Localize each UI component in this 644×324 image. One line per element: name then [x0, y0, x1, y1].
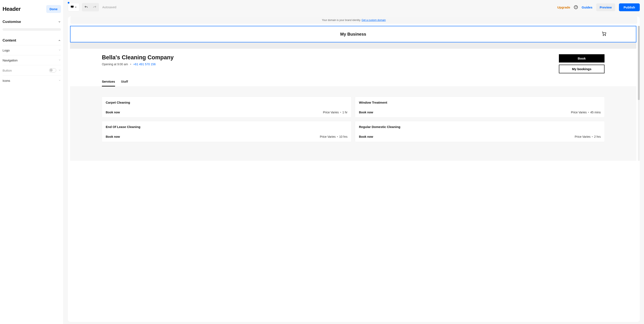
row-label: Logo [2, 48, 10, 52]
main-area: Autosaved Upgrade ? Guides Preview Publi… [64, 0, 644, 324]
service-card[interactable]: Regular Domestic Cleaning Book now Price… [355, 121, 604, 142]
publish-button[interactable]: Publish [619, 3, 640, 11]
chevron-down-icon [58, 20, 61, 23]
svg-point-4 [605, 35, 606, 36]
chevron-down-icon [58, 68, 61, 72]
redo-button[interactable] [90, 3, 99, 11]
service-duration: 45 mins [590, 111, 601, 114]
service-duration: 1 hr [342, 111, 348, 114]
content-row-navigation[interactable]: Navigation [2, 55, 61, 65]
book-now-link[interactable]: Book now [359, 111, 373, 114]
autosaved-label: Autosaved [102, 5, 116, 9]
my-bookings-button[interactable]: My bookings [559, 65, 604, 73]
row-label: Icons [2, 79, 10, 82]
content-row-logo[interactable]: Logo [2, 45, 61, 55]
service-title: End Of Lease Cleaning [106, 125, 348, 129]
row-label: Navigation [2, 58, 18, 62]
chevron-down-icon [58, 58, 61, 62]
customise-section-toggle[interactable]: Customise [2, 17, 61, 26]
svg-marker-2 [75, 7, 76, 8]
preview-button[interactable]: Preview [596, 3, 615, 11]
service-duration: 2 hrs [594, 135, 601, 138]
book-now-link[interactable]: Book now [106, 111, 120, 114]
help-icon[interactable]: ? [574, 5, 578, 9]
guides-link[interactable]: Guides [582, 5, 592, 9]
caret-down-icon [75, 5, 77, 9]
desktop-icon [70, 5, 74, 9]
preview-canvas: Your domain is your brand identity. Get … [68, 16, 640, 322]
business-name: Bella's Cleaning Company [102, 54, 174, 61]
service-card[interactable]: Window Treatment Book now Price Varies•4… [355, 97, 604, 117]
service-duration: 10 hrs [339, 135, 348, 138]
scrollbar-thumb[interactable] [638, 26, 640, 100]
site-header-selected[interactable]: My Business [70, 26, 636, 42]
content-section-toggle[interactable]: Content [2, 36, 61, 45]
cart-icon[interactable] [602, 31, 606, 37]
customise-label: Customise [2, 20, 21, 24]
svg-rect-0 [71, 6, 74, 8]
done-button[interactable]: Done [46, 5, 61, 13]
service-card[interactable]: End Of Lease Cleaning Book now Price Var… [102, 121, 351, 142]
banner-link[interactable]: Get a custom domain [362, 19, 386, 22]
tab-services[interactable]: Services [102, 80, 115, 86]
service-card[interactable]: Carpet Cleaning Book now Price Varies•1 … [102, 97, 351, 117]
placeholder-bar [2, 28, 61, 31]
service-title: Regular Domestic Cleaning [359, 125, 601, 129]
service-price: Price Varies [320, 135, 336, 138]
preview-scrollbar[interactable] [638, 26, 640, 161]
content-row-button[interactable]: Button [2, 65, 61, 76]
chevron-down-icon [58, 48, 61, 52]
separator-dot: • [130, 62, 131, 66]
business-phone[interactable]: +61 491 570 156 [133, 62, 156, 66]
service-title: Window Treatment [359, 101, 601, 104]
undo-button[interactable] [82, 3, 90, 11]
domain-banner: Your domain is your brand identity. Get … [70, 16, 637, 24]
content-row-icons[interactable]: Icons [2, 76, 61, 85]
book-now-link[interactable]: Book now [106, 135, 120, 138]
upgrade-link[interactable]: Upgrade [557, 5, 570, 9]
opening-time: Opening at 9:00 am [102, 62, 128, 66]
sidebar-title: Header [2, 6, 20, 12]
banner-text: Your domain is your brand identity. [322, 19, 362, 22]
service-price: Price Varies [575, 135, 590, 138]
content-label: Content [2, 38, 16, 43]
sidebar: Header Done Customise Content Logo Navig… [0, 0, 64, 324]
chevron-up-icon [58, 39, 61, 42]
topbar: Autosaved Upgrade ? Guides Preview Publi… [64, 0, 644, 14]
chevron-down-icon [58, 79, 61, 82]
row-label: Button [2, 69, 12, 72]
tab-staff[interactable]: Staff [121, 80, 128, 86]
book-now-link[interactable]: Book now [359, 135, 373, 138]
gray-strip [70, 42, 636, 49]
service-price: Price Varies [571, 111, 587, 114]
button-toggle[interactable] [49, 68, 56, 72]
device-selector[interactable] [68, 3, 80, 11]
book-button[interactable]: Book [559, 54, 604, 62]
svg-point-3 [603, 35, 604, 36]
service-price: Price Varies [323, 111, 339, 114]
service-title: Carpet Cleaning [106, 101, 348, 104]
site-brand: My Business [340, 32, 366, 37]
